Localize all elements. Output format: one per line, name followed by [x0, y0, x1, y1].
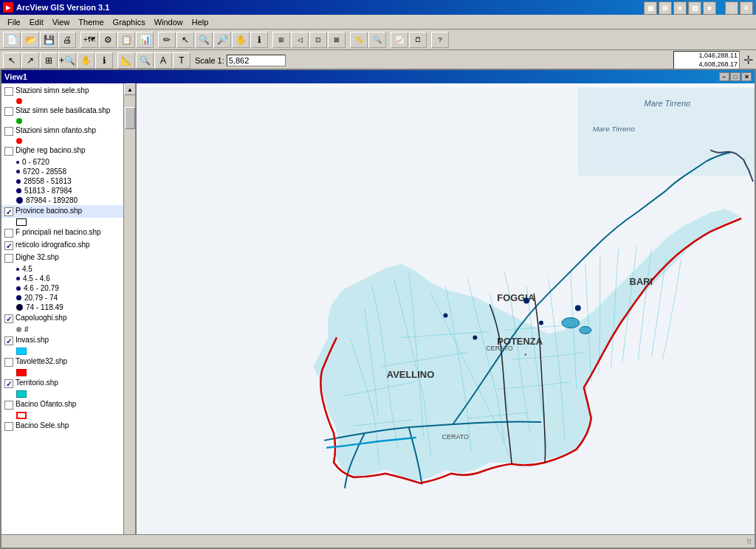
win-close-btn[interactable]: ■	[673, 1, 687, 15]
print-btn[interactable]: 🖨	[58, 32, 76, 48]
dighe-sub-2: 6720 - 28558	[1, 167, 135, 176]
zoom-rect-btn[interactable]: ⊞	[40, 52, 58, 69]
pan2-btn[interactable]: ✋	[77, 52, 94, 69]
text-btn[interactable]: T	[173, 52, 190, 69]
menu-graphics[interactable]: Graphics	[109, 16, 150, 28]
legend-item-stazioni-simn-ofanto[interactable]: Stazioni simn ofanto.shp	[1, 125, 135, 137]
open-btn[interactable]: 📂	[21, 32, 39, 48]
legend-check-stazioni-simn-ofanto[interactable]	[4, 127, 13, 136]
sym-bacino-ofanto	[16, 412, 27, 419]
zoom-out-btn[interactable]: 🔎	[213, 32, 231, 48]
legend-btn[interactable]: 📋	[117, 32, 135, 48]
legend-check-stazioni-simn-sele[interactable]	[4, 87, 13, 96]
save-btn[interactable]: 💾	[40, 32, 58, 48]
measure-btn[interactable]: 📏	[350, 32, 368, 48]
scale-input[interactable]	[227, 55, 286, 66]
new-btn[interactable]: 📄	[3, 32, 21, 48]
legend-check-bacino-sele[interactable]	[4, 422, 13, 431]
crosshair-icon: ✛	[743, 53, 753, 67]
pan-btn[interactable]: ✋	[232, 32, 250, 48]
measure2-btn[interactable]: 📐	[117, 52, 135, 69]
legend-check-capoluoghi[interactable]: ✓	[4, 314, 13, 323]
dam-dot-1	[523, 298, 529, 304]
legend-item-stazioni-simn-sele[interactable]: Stazioni simn sele.shp	[1, 85, 135, 97]
legend-check-tavolette32[interactable]	[4, 358, 13, 367]
scroll-up-btn[interactable]: ▲	[124, 83, 136, 95]
menu-window[interactable]: Window	[150, 16, 188, 28]
label-btn[interactable]: A	[154, 52, 172, 69]
view-close-btn[interactable]: ✕	[741, 72, 752, 81]
map-area[interactable]: Mare Tirreno	[137, 83, 755, 548]
zoom-full-btn[interactable]: ⊞	[272, 32, 290, 48]
win-extra2[interactable]: ■	[703, 1, 716, 15]
status-bar: ⠿	[1, 534, 755, 548]
legend-item-province-bacino[interactable]: ✓ Province bacino.shp	[1, 205, 135, 218]
resize-grip[interactable]: ⠿	[743, 536, 755, 548]
info-btn[interactable]: ℹ	[95, 52, 113, 69]
capoluoghi-sym-label: #	[24, 325, 29, 334]
add-theme-btn[interactable]: +🗺	[80, 32, 98, 48]
legend-scrollbar[interactable]: ▲ ▼	[123, 83, 135, 548]
legend-item-invasi[interactable]: ✓ Invasi.shp	[1, 334, 135, 347]
legend-item-staz-simn-sele-bas[interactable]: Staz simn sele basilicata.shp	[1, 105, 135, 117]
legend-item-f-principali[interactable]: F principali nel bacino.shp	[1, 227, 135, 239]
legend-check-territorio[interactable]: ✓	[4, 379, 13, 388]
zoom-theme-btn[interactable]: ⊠	[328, 32, 346, 48]
dighe-sub-5: 87984 - 189280	[1, 196, 135, 205]
legend-check-f-principali[interactable]	[4, 229, 13, 238]
draw-btn[interactable]: ✏	[158, 32, 176, 48]
zoom-selected-btn[interactable]: ⊡	[309, 32, 327, 48]
menu-file[interactable]: File	[3, 16, 25, 28]
props-btn[interactable]: ⚙	[99, 32, 117, 48]
win-close-main[interactable]: ✕	[740, 1, 753, 15]
menu-edit[interactable]: Edit	[25, 16, 48, 28]
menu-help[interactable]: Help	[188, 16, 213, 28]
dighe32-label-1: 4.5	[22, 265, 32, 273]
legend-check-staz-simn-sele-bas[interactable]	[4, 107, 13, 116]
win-restore[interactable]: □	[725, 1, 738, 15]
scale-label: Scale 1:	[195, 56, 224, 65]
legend-item-dighe-32[interactable]: Dighe 32.shp	[1, 252, 135, 264]
help-btn[interactable]: ?	[431, 32, 449, 48]
menu-theme[interactable]: Theme	[74, 16, 108, 28]
dighe-label-3: 28558 - 51813	[24, 177, 72, 185]
select2-btn[interactable]: ↗	[21, 52, 39, 69]
zoom-in2-btn[interactable]: +🔍	[58, 52, 76, 69]
menu-view[interactable]: View	[48, 16, 75, 28]
legend-item-territorio[interactable]: ✓ Territorio.shp	[1, 377, 135, 390]
legend-item-dighe-reg-bacino[interactable]: Dighe reg bacino.shp	[1, 145, 135, 157]
legend-item-capoluoghi[interactable]: ✓ Capoluoghi.shp	[1, 312, 135, 325]
zoom-in-btn[interactable]: 🔍	[195, 32, 213, 48]
view-maximize-btn[interactable]: □	[730, 72, 740, 81]
legend-item-bacino-sele[interactable]: Bacino Sele.shp	[1, 420, 135, 432]
dighe32-label-4: 20.79 - 74	[24, 294, 58, 302]
legend-check-dighe-32[interactable]	[4, 254, 13, 263]
win-extra1[interactable]: ▨	[688, 1, 701, 15]
select-btn[interactable]: ↖	[176, 32, 194, 48]
invasi-1	[562, 317, 580, 328]
find-btn[interactable]: 🔍	[368, 32, 386, 48]
legend-check-province-bacino[interactable]: ✓	[4, 207, 13, 216]
identify-btn[interactable]: ℹ	[250, 32, 268, 48]
legend-item-tavolette32[interactable]: Tavolette32.shp	[1, 356, 135, 368]
view-minimize-btn[interactable]: −	[719, 72, 729, 81]
pointer-btn[interactable]: ↖	[3, 52, 21, 69]
win-minimize-btn[interactable]: ▣	[644, 1, 657, 15]
legend-item-reticolo[interactable]: ✓ reticolo idrografico.shp	[1, 239, 135, 252]
legend-sub-staz-simn-sele-bas	[1, 117, 135, 125]
legend-check-reticolo[interactable]: ✓	[4, 241, 13, 250]
legend-check-invasi[interactable]: ✓	[4, 336, 13, 345]
legend-label-reticolo: reticolo idrografico.shp	[16, 241, 90, 249]
find2-btn[interactable]: 🔍	[136, 52, 154, 69]
table-btn[interactable]: 📊	[136, 32, 154, 48]
menu-bar: File Edit View Theme Graphics Window Hel…	[0, 15, 756, 30]
layout-btn[interactable]: 🗒	[409, 32, 427, 48]
dighe32-sub-2: 4.5 - 4.6	[1, 274, 135, 283]
zoom-prev-btn[interactable]: ◁	[291, 32, 309, 48]
scroll-thumb[interactable]	[125, 107, 135, 129]
win-maximize-btn[interactable]: ⊞	[659, 1, 672, 15]
chart-btn[interactable]: 📈	[391, 32, 408, 48]
legend-check-dighe-reg-bacino[interactable]	[4, 147, 13, 156]
legend-check-bacino-ofanto[interactable]	[4, 401, 13, 410]
legend-item-bacino-ofanto[interactable]: Bacino Ofanto.shp	[1, 398, 135, 411]
